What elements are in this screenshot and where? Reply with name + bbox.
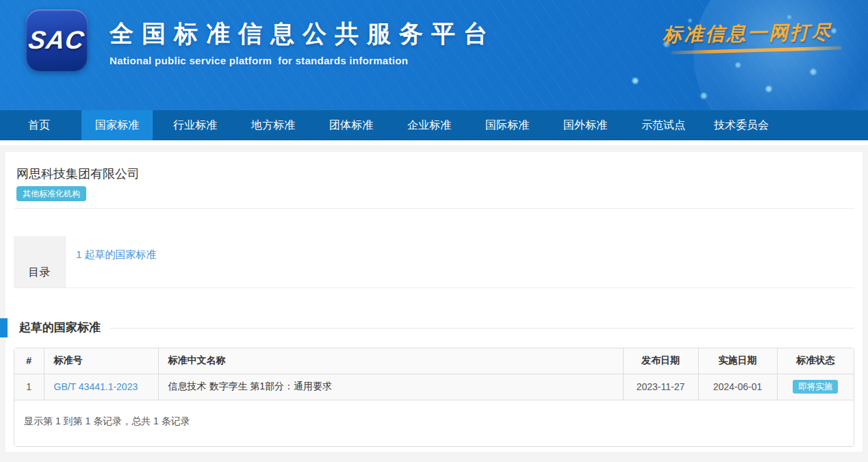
nav-item-enterprise-standard[interactable]: 企业标准: [394, 110, 465, 140]
column-header-index: #: [14, 348, 44, 374]
column-header-publish-date: 发布日期: [623, 348, 698, 374]
toc-content: 1 起草的国家标准: [65, 236, 854, 287]
nav-item-foreign-standard[interactable]: 国外标准: [550, 110, 621, 140]
section-title: 起草的国家标准: [19, 318, 101, 337]
cell-implement-date: 2024-06-01: [698, 374, 777, 400]
org-name: 网思科技集团有限公司: [16, 167, 854, 181]
page-background: 网思科技集团有限公司 其他标准化机构 目录 1 起草的国家标准 起草的国家标准 …: [0, 145, 868, 462]
column-header-standard-status: 标准状态: [777, 348, 854, 374]
nav-item-home[interactable]: 首页: [3, 110, 75, 140]
org-type-badge: 其他标准化机构: [16, 186, 86, 201]
cell-status: 即将实施: [777, 374, 854, 400]
divider-line: [14, 208, 854, 209]
cell-standard-name: 信息技术 数字孪生 第1部分：通用要求: [158, 374, 623, 400]
section-marker: [0, 318, 8, 337]
status-badge: 即将实施: [793, 380, 838, 394]
table-row: 1GB/T 43441.1-2023信息技术 数字孪生 第1部分：通用要求202…: [14, 374, 854, 400]
standards-table: #标准号标准中文名称发布日期实施日期标准状态 1GB/T 43441.1-202…: [14, 348, 854, 400]
nav-item-technical-committee[interactable]: 技术委员会: [706, 110, 777, 140]
nav-item-international-standard[interactable]: 国际标准: [472, 110, 543, 140]
toc-label: 目录: [14, 236, 65, 287]
column-header-implement-date: 实施日期: [698, 348, 777, 374]
sac-logo[interactable]: SAC: [26, 10, 88, 71]
nav-item-local-standard[interactable]: 地方标准: [238, 110, 309, 140]
slogan-banner: 标准信息一网打尽: [663, 19, 833, 48]
cell-standard-no: GB/T 43441.1-2023: [44, 374, 158, 400]
column-header-standard-no: 标准号: [44, 348, 158, 374]
cell-index: 1: [14, 374, 44, 400]
nav-bottom-strip: [0, 140, 868, 145]
nav-item-industry-standard[interactable]: 行业标准: [159, 110, 231, 140]
site-header: SAC 全国标准信息公共服务平台 National public service…: [0, 0, 868, 110]
table-header-row: #标准号标准中文名称发布日期实施日期标准状态: [14, 348, 854, 374]
nav-item-national-standard[interactable]: 国家标准: [81, 110, 153, 140]
toc-link-drafted-national-standards[interactable]: 1 起草的国家标准: [76, 248, 157, 260]
nav-item-group-standard[interactable]: 团体标准: [316, 110, 387, 140]
pagination-info: 显示第 1 到第 1 条记录，总共 1 条记录: [14, 400, 854, 446]
section-title-rule: [110, 328, 854, 329]
toc-section: 目录 1 起草的国家标准: [14, 236, 854, 288]
section-header: 起草的国家标准: [14, 318, 854, 337]
standard-link[interactable]: GB/T 43441.1-2023: [54, 381, 138, 392]
nav-item-pilot-demo[interactable]: 示范试点: [628, 110, 699, 140]
column-header-standard-cn-name: 标准中文名称: [158, 348, 623, 374]
content-panel: 网思科技集团有限公司 其他标准化机构 目录 1 起草的国家标准 起草的国家标准 …: [5, 152, 863, 452]
sac-logo-text: SAC: [27, 26, 86, 55]
sparkle-dots-decoration: [608, 0, 868, 110]
standards-table-container: #标准号标准中文名称发布日期实施日期标准状态 1GB/T 43441.1-202…: [14, 348, 854, 447]
site-subtitle: National public service platform for sta…: [110, 55, 496, 66]
site-title: 全国标准信息公共服务平台: [110, 18, 496, 50]
site-title-block: 全国标准信息公共服务平台 National public service pla…: [110, 18, 496, 66]
main-nav: 首页国家标准行业标准地方标准团体标准企业标准国际标准国外标准示范试点技术委员会: [0, 110, 868, 140]
cell-publish-date: 2023-11-27: [623, 374, 698, 400]
